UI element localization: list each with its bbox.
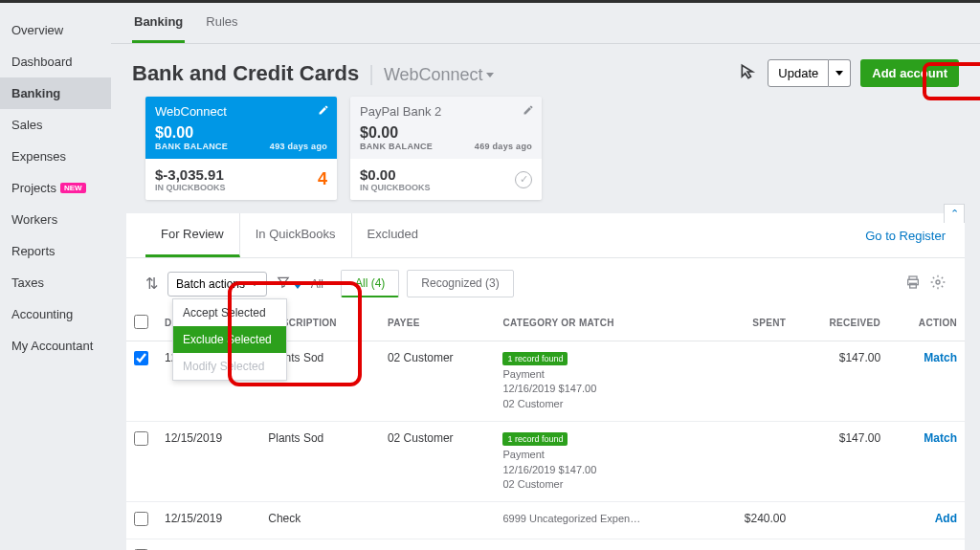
sidebar-item-dashboard[interactable]: Dashboard: [0, 46, 111, 77]
batch-actions-dropdown: Accept Selected Exclude Selected Modify …: [172, 298, 287, 381]
action-link[interactable]: Match: [924, 431, 957, 445]
chevron-down-icon: [251, 281, 258, 286]
sidebar-item-overview[interactable]: Overview: [0, 14, 111, 46]
action-link[interactable]: Add: [935, 512, 957, 525]
row-checkbox[interactable]: [134, 351, 148, 365]
check-icon: ✓: [515, 171, 532, 188]
sidebar-item-label: Projects: [11, 181, 56, 195]
col-category[interactable]: CATEGORY OR MATCH: [495, 305, 712, 341]
card-balance-label: BANK BALANCE: [155, 142, 228, 151]
cell-description: Plants Sod: [260, 539, 380, 550]
select-all-checkbox[interactable]: [134, 315, 148, 329]
tab-banking[interactable]: Banking: [132, 3, 185, 43]
account-selector[interactable]: WebConnect: [384, 65, 494, 85]
card-balance-label: BANK BALANCE: [360, 142, 433, 151]
category-detail: 02 Customer: [502, 478, 563, 490]
new-badge: NEW: [60, 183, 86, 193]
cell-date: 12/15/2019: [157, 539, 260, 550]
chevron-down-icon: [294, 284, 301, 289]
page-header: Bank and Credit Cards | WebConnect Updat…: [111, 44, 980, 97]
sidebar-item-sales[interactable]: Sales: [0, 109, 111, 141]
cell-received: $147.00: [793, 539, 888, 550]
update-caret-button[interactable]: [829, 59, 851, 87]
cell-payee: [380, 502, 496, 539]
card-quickbooks-amount: $0.00: [360, 166, 431, 183]
title-divider: |: [368, 61, 374, 86]
record-found-badge: 1 record found: [502, 352, 568, 365]
add-account-button[interactable]: Add account: [860, 59, 959, 87]
sidebar-item-reports[interactable]: Reports: [0, 235, 111, 267]
action-link[interactable]: Match: [924, 351, 957, 364]
left-sidebar: Overview Dashboard Banking Sales Expense…: [0, 3, 111, 550]
cell-received: [793, 502, 888, 539]
subtab-in-quickbooks[interactable]: In QuickBooks: [240, 213, 352, 257]
sidebar-item-projects[interactable]: Projects NEW: [0, 172, 111, 204]
tab-rules[interactable]: Rules: [204, 3, 239, 43]
cell-spent: $240.00: [713, 502, 794, 539]
sidebar-item-accounting[interactable]: Accounting: [0, 298, 111, 330]
cell-description: Plants Sod: [260, 422, 380, 502]
col-action: ACTION: [888, 305, 965, 341]
table-row[interactable]: 12/15/2019Plants Sod02 Customer1 record …: [126, 539, 965, 550]
cell-category: 1 record foundPayment12/16/2019 $147.000…: [495, 422, 712, 502]
gear-icon[interactable]: [930, 275, 946, 293]
category-detail: 02 Customer: [502, 398, 563, 409]
row-checkbox[interactable]: [134, 431, 148, 446]
collapse-button[interactable]: ⌃: [944, 204, 965, 223]
cell-description: Check: [260, 502, 380, 539]
card-age: 493 days ago: [270, 142, 327, 151]
sidebar-item-taxes[interactable]: Taxes: [0, 267, 111, 298]
update-button[interactable]: Update: [768, 59, 829, 87]
dropdown-modify-selected[interactable]: Modify Selected: [173, 353, 286, 380]
cell-category: 1 record foundPayment12/16/2019 $147.000…: [495, 341, 712, 422]
cell-payee: 02 Customer: [380, 539, 496, 550]
cell-spent: [713, 539, 794, 550]
transactions-panel: For Review In QuickBooks Excluded Go to …: [126, 213, 965, 550]
chevron-down-icon: [486, 73, 494, 77]
cell-received: $147.00: [793, 341, 888, 422]
pill-recognized[interactable]: Recognized (3): [407, 270, 513, 297]
subtab-excluded[interactable]: Excluded: [352, 213, 434, 257]
all-filter-link[interactable]: All: [311, 277, 323, 291]
card-balance: $0.00: [155, 124, 327, 142]
filter-icon[interactable]: [277, 275, 301, 292]
cell-payee: 02 Customer: [380, 422, 496, 502]
cell-received: $147.00: [793, 422, 888, 502]
cell-category: 6999 Uncategorized Expen…: [495, 502, 712, 539]
batch-actions-button[interactable]: Batch actions: [167, 272, 267, 297]
sidebar-item-workers[interactable]: Workers: [0, 204, 111, 235]
sort-icon[interactable]: ⇅: [145, 275, 158, 293]
category-text: Payment: [502, 449, 544, 460]
cell-date: 12/15/2019: [157, 422, 260, 502]
card-name: WebConnect: [155, 104, 327, 119]
go-to-register-link[interactable]: Go to Register: [865, 229, 946, 243]
table-row[interactable]: 12/15/2019Check6999 Uncategorized Expen……: [126, 502, 965, 539]
print-icon[interactable]: [905, 275, 921, 293]
pencil-icon[interactable]: [523, 104, 534, 119]
dropdown-exclude-selected[interactable]: Exclude Selected: [173, 326, 286, 353]
col-spent[interactable]: SPENT: [713, 305, 794, 341]
card-balance: $0.00: [360, 124, 532, 142]
sidebar-item-my-accountant[interactable]: My Accountant: [0, 330, 111, 362]
row-checkbox[interactable]: [134, 512, 148, 526]
chevron-down-icon: [835, 71, 843, 76]
main-content: Banking Rules Bank and Credit Cards | We…: [111, 3, 980, 550]
top-tabs: Banking Rules: [111, 3, 980, 44]
sidebar-item-expenses[interactable]: Expenses: [0, 141, 111, 172]
cell-payee: 02 Customer: [380, 341, 496, 422]
page-title: Bank and Credit Cards: [132, 61, 359, 86]
col-payee[interactable]: PAYEE: [380, 305, 496, 341]
card-name: PayPal Bank 2: [360, 104, 532, 119]
pencil-icon[interactable]: [318, 104, 329, 119]
svg-point-3: [936, 280, 940, 284]
dropdown-accept-selected[interactable]: Accept Selected: [173, 299, 286, 326]
category-text: 6999 Uncategorized Expen…: [502, 513, 640, 524]
sidebar-item-banking[interactable]: Banking: [0, 77, 111, 109]
col-received[interactable]: RECEIVED: [793, 305, 888, 341]
pill-all[interactable]: All (4): [341, 270, 399, 297]
account-card-webconnect[interactable]: WebConnect $0.00 BANK BALANCE 493 days a…: [145, 97, 337, 200]
account-card-paypal[interactable]: PayPal Bank 2 $0.00 BANK BALANCE 469 day…: [350, 97, 542, 200]
table-row[interactable]: 12/15/2019Plants Sod02 Customer1 record …: [126, 422, 965, 502]
subtab-for-review[interactable]: For Review: [145, 213, 240, 257]
batch-actions-label: Batch actions: [176, 277, 245, 291]
